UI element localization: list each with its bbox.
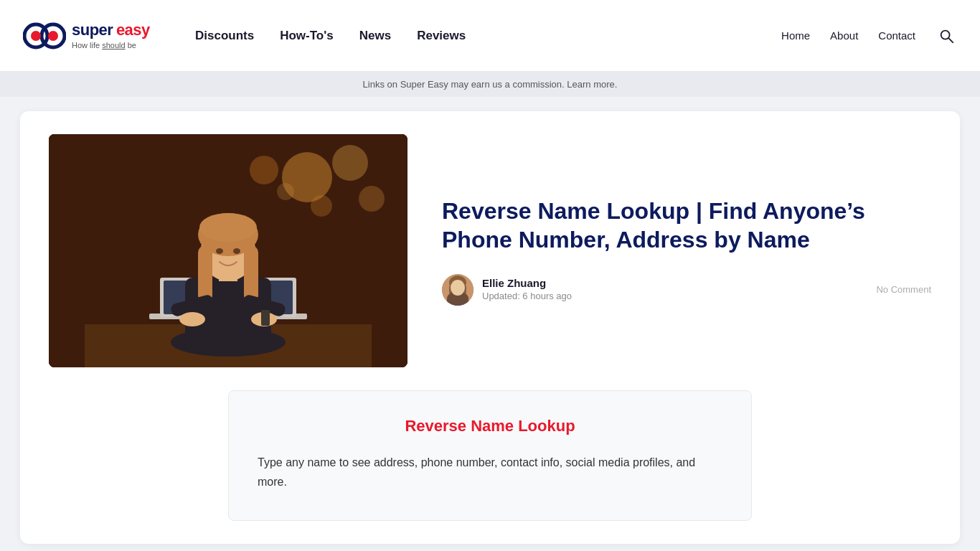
svg-rect-38	[449, 285, 454, 295]
nav-reviews[interactable]: Reviews	[417, 29, 466, 43]
logo-easy: easy	[116, 21, 150, 39]
right-nav: Home About Contact	[781, 25, 957, 47]
article-title: Reverse Name Lookup | Find Anyone’s Phon…	[442, 197, 931, 254]
logo-icon	[23, 14, 66, 57]
site-header: super easy How life should be Discounts …	[0, 0, 980, 72]
svg-point-36	[451, 280, 465, 297]
svg-point-40	[448, 296, 468, 306]
info-banner: Links on Super Easy may earn us a commis…	[0, 72, 980, 97]
main-nav: Discounts How-To's News Reviews	[195, 29, 466, 43]
no-comment: No Comment	[876, 284, 931, 295]
author-updated: Updated: 6 hours ago	[482, 291, 572, 301]
logo-text: super easy How life should be	[72, 22, 150, 49]
nav-home[interactable]: Home	[781, 29, 810, 42]
article-content: Reverse Name Lookup | Find Anyone’s Phon…	[442, 197, 931, 306]
article-body: Reverse Name Lookup Type any name to see…	[20, 390, 960, 544]
author-avatar-svg	[442, 274, 473, 306]
article-image-svg	[49, 134, 407, 367]
logo-tagline: How life should be	[72, 41, 150, 50]
logo-super: super	[72, 21, 113, 39]
lookup-box: Reverse Name Lookup Type any name to see…	[228, 390, 752, 521]
nav-howtos[interactable]: How-To's	[280, 29, 334, 43]
logo[interactable]: super easy How life should be	[23, 14, 152, 57]
nav-discounts[interactable]: Discounts	[195, 29, 254, 43]
article-image	[49, 134, 407, 367]
search-icon	[938, 28, 954, 44]
svg-rect-34	[49, 134, 407, 367]
nav-about[interactable]: About	[830, 29, 858, 42]
nav-news[interactable]: News	[359, 29, 391, 43]
article-hero: Reverse Name Lookup | Find Anyone’s Phon…	[20, 111, 960, 390]
nav-contact[interactable]: Contact	[878, 29, 915, 42]
author-info: Ellie Zhuang Updated: 6 hours ago	[482, 277, 867, 302]
svg-point-3	[48, 31, 58, 41]
author-avatar	[442, 274, 473, 306]
search-button[interactable]	[936, 25, 957, 47]
svg-line-5	[948, 38, 953, 42]
svg-rect-39	[461, 285, 466, 295]
author-name: Ellie Zhuang	[482, 277, 867, 289]
svg-point-2	[31, 31, 41, 41]
lookup-description: Type any name to see address, phone numb…	[258, 453, 722, 491]
lookup-title: Reverse Name Lookup	[258, 417, 722, 435]
author-row: Ellie Zhuang Updated: 6 hours ago No Com…	[442, 274, 931, 306]
article-card: Reverse Name Lookup | Find Anyone’s Phon…	[20, 111, 960, 544]
svg-point-37	[449, 276, 466, 290]
article-image-placeholder	[49, 134, 407, 367]
